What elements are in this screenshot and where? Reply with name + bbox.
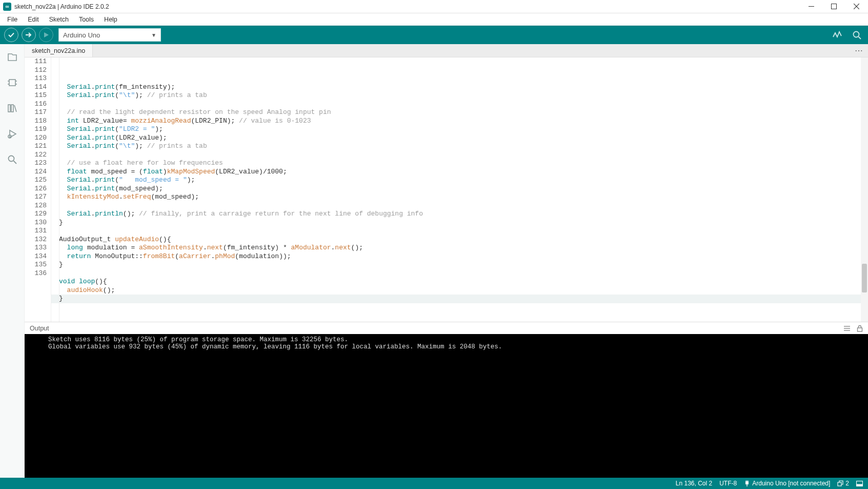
code-area[interactable]: Serial.print(fm_intensity); Serial.print… <box>51 57 868 322</box>
code-line[interactable]: } <box>51 295 868 303</box>
app-icon: ∞ <box>3 3 11 11</box>
code-line[interactable]: // use a float here for low frequencies <box>51 159 868 168</box>
svg-rect-24 <box>745 481 749 484</box>
verify-button[interactable] <box>4 28 18 42</box>
board-selector[interactable]: Arduino Uno ▼ <box>58 28 161 42</box>
code-line[interactable]: int LDR2_value= mozziAnalogRead(LDR2_PIN… <box>51 117 868 126</box>
code-line[interactable] <box>51 269 868 278</box>
code-line[interactable]: float mod_speed = (float)kMapModSpeed(LD… <box>51 168 868 177</box>
maximize-button[interactable] <box>830 3 837 10</box>
output-panel-header: Output <box>25 322 868 334</box>
vertical-scrollbar[interactable] <box>861 57 868 322</box>
code-line[interactable]: return MonoOutput::from8Bit(aCarrier.phM… <box>51 252 868 261</box>
svg-rect-13 <box>8 105 10 112</box>
svg-rect-1 <box>831 4 836 9</box>
code-line[interactable]: // read the light dependent resistor on … <box>51 108 868 117</box>
code-line[interactable]: Serial.print("LDR2 = "); <box>51 125 868 134</box>
output-console[interactable]: Sketch uses 8116 bytes (25%) of program … <box>25 334 868 478</box>
library-manager-icon[interactable] <box>7 103 18 114</box>
status-notifications[interactable]: 2 <box>837 480 849 487</box>
code-line[interactable]: Serial.print(LDR2_value); <box>51 134 868 143</box>
indent-guide <box>59 57 59 322</box>
svg-point-6 <box>854 32 859 37</box>
upload-button[interactable] <box>22 28 36 42</box>
svg-line-15 <box>14 105 16 112</box>
status-close-panel[interactable] <box>856 481 863 486</box>
svg-rect-8 <box>9 80 15 86</box>
plug-icon <box>744 480 750 486</box>
code-line[interactable]: Serial.println(); // finally, print a ca… <box>51 210 868 219</box>
code-line[interactable]: audioHook(); <box>51 286 868 295</box>
code-line[interactable] <box>51 202 868 210</box>
svg-rect-23 <box>858 328 862 331</box>
status-ln-col[interactable]: Ln 136, Col 2 <box>676 480 712 487</box>
scrollbar-thumb[interactable] <box>862 264 867 293</box>
code-line[interactable]: } <box>51 219 868 227</box>
svg-rect-30 <box>857 484 863 486</box>
code-line[interactable]: Serial.print("\t"); // prints a tab <box>51 142 868 151</box>
menu-help[interactable]: Help <box>99 14 123 25</box>
toolbar: Arduino Uno ▼ <box>0 26 868 44</box>
code-line[interactable]: long modulation = aSmoothIntensity.next(… <box>51 244 868 252</box>
svg-rect-28 <box>838 482 841 486</box>
code-line[interactable] <box>51 100 868 109</box>
title-bar: ∞ sketch_nov22a | Arduino IDE 2.0.2 <box>0 0 868 13</box>
status-bar: Ln 136, Col 2 UTF-8 Arduino Uno [not con… <box>0 478 868 489</box>
code-line[interactable]: Serial.print(fm_intensity); <box>51 83 868 92</box>
minimize-button[interactable] <box>808 3 815 10</box>
code-line[interactable]: Serial.print(mod_speed); <box>51 185 868 193</box>
board-selector-label: Arduino Uno <box>63 31 100 39</box>
chevron-down-icon: ▼ <box>151 32 156 38</box>
tab-overflow-button[interactable]: ⋯ <box>850 44 868 57</box>
menu-bar: FileEditSketchToolsHelp <box>0 13 868 26</box>
code-line[interactable] <box>51 151 868 160</box>
svg-line-7 <box>859 37 861 40</box>
line-number-gutter: 1111121131141151161171181191201211221231… <box>25 57 51 322</box>
code-editor[interactable]: 1111121131141151161171181191201211221231… <box>25 57 868 322</box>
serial-monitor-icon[interactable] <box>852 30 862 40</box>
menu-file[interactable]: File <box>2 14 23 25</box>
status-board[interactable]: Arduino Uno [not connected] <box>744 480 830 487</box>
activity-bar <box>0 44 25 478</box>
close-button[interactable] <box>853 3 860 10</box>
code-line[interactable]: Serial.print(" mod_speed = "); <box>51 176 868 185</box>
boards-manager-icon[interactable] <box>7 77 18 88</box>
code-line[interactable]: void loop(){ <box>51 278 868 286</box>
status-encoding[interactable]: UTF-8 <box>719 480 737 487</box>
code-line[interactable]: Serial.print("\t"); // prints a tab <box>51 91 868 100</box>
code-line[interactable]: } <box>51 261 868 269</box>
editor-tabs: sketch_nov22a.ino ⋯ <box>25 44 868 57</box>
serial-plotter-icon[interactable] <box>832 30 842 40</box>
svg-marker-16 <box>10 130 16 138</box>
search-icon[interactable] <box>7 154 18 165</box>
menu-tools[interactable]: Tools <box>74 14 99 25</box>
debug-icon[interactable] <box>7 128 18 140</box>
code-line[interactable]: AudioOutput_t updateAudio(){ <box>51 236 868 244</box>
window-title: sketch_nov22a | Arduino IDE 2.0.2 <box>14 3 109 10</box>
svg-marker-5 <box>44 32 49 37</box>
menu-sketch[interactable]: Sketch <box>44 14 74 25</box>
output-lock-icon[interactable] <box>857 325 863 332</box>
menu-edit[interactable]: Edit <box>23 14 44 25</box>
explorer-icon[interactable] <box>7 51 18 63</box>
svg-line-19 <box>13 161 16 164</box>
output-options-icon[interactable] <box>843 325 851 332</box>
debug-button[interactable] <box>39 28 53 42</box>
code-line[interactable]: kIntensityMod.setFreq(mod_speed); <box>51 193 868 202</box>
share-icon <box>837 480 843 486</box>
svg-rect-14 <box>11 105 13 112</box>
output-label: Output <box>30 325 49 332</box>
svg-point-18 <box>8 156 14 162</box>
code-line[interactable] <box>51 227 868 236</box>
editor-tab[interactable]: sketch_nov22a.ino <box>25 44 93 57</box>
